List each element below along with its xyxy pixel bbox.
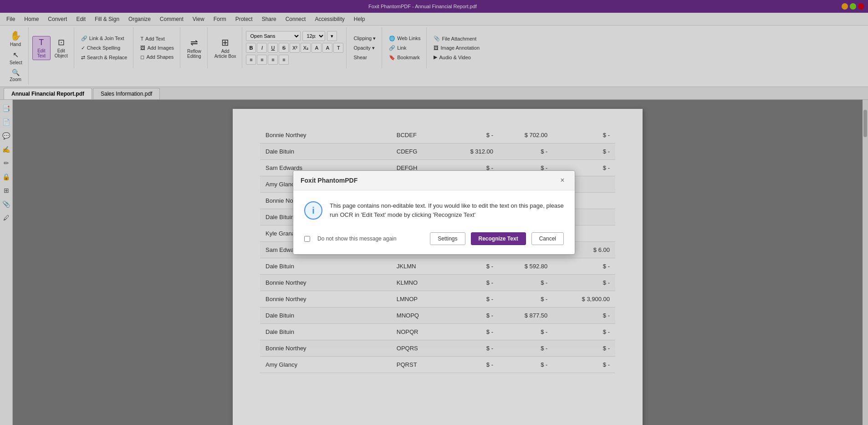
recognize-text-button[interactable]: Recognize Text bbox=[471, 232, 526, 245]
modal-overlay: Foxit PhantomPDF × i This page contains … bbox=[0, 0, 868, 425]
cancel-button[interactable]: Cancel bbox=[531, 232, 564, 245]
modal-header: Foxit PhantomPDF × bbox=[293, 171, 575, 190]
dont-show-checkbox[interactable] bbox=[304, 236, 310, 242]
settings-button[interactable]: Settings bbox=[430, 232, 465, 245]
modal-body: i This page contains non-editable text. … bbox=[293, 190, 575, 227]
modal-title: Foxit PhantomPDF bbox=[301, 177, 357, 184]
modal-message: This page contains non-editable text. If… bbox=[330, 201, 564, 220]
modal-info-icon: i bbox=[304, 201, 322, 220]
modal-footer: Do not show this message again Settings … bbox=[293, 227, 575, 254]
modal-dialog: Foxit PhantomPDF × i This page contains … bbox=[293, 170, 575, 255]
dont-show-label: Do not show this message again bbox=[317, 236, 424, 242]
modal-close-button[interactable]: × bbox=[557, 175, 567, 185]
